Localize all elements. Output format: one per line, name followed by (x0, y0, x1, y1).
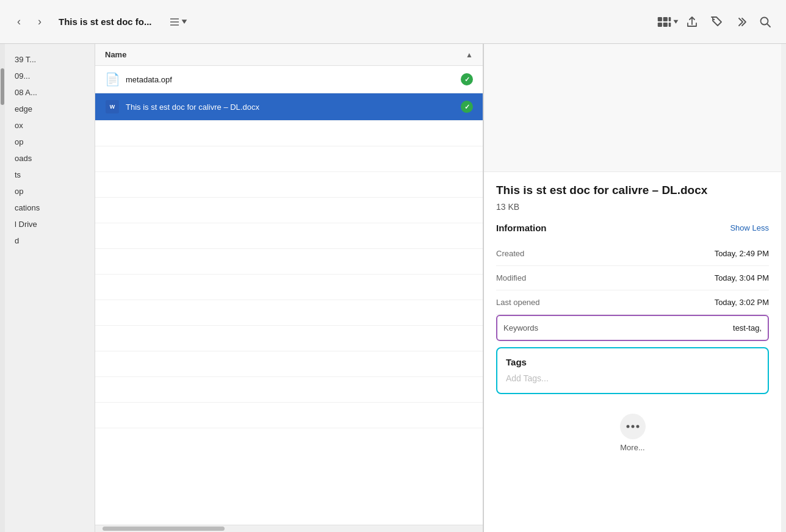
svg-point-12 (626, 425, 629, 428)
right-scrollbar[interactable] (781, 44, 786, 532)
modified-label: Modified (496, 273, 526, 282)
sidebar-item-8[interactable]: op (5, 183, 95, 200)
search-button[interactable] (754, 11, 776, 33)
last-opened-row: Last opened Today, 3:02 PM (496, 290, 769, 315)
chevrons-right-icon (734, 15, 748, 29)
share-icon (685, 15, 699, 29)
file-row[interactable]: 📄 metadata.opf (95, 66, 483, 93)
show-less-button[interactable]: Show Less (730, 223, 769, 232)
sort-chevron-icon[interactable]: ▲ (466, 51, 473, 59)
tag-icon (710, 15, 723, 29)
file-row-empty (95, 300, 483, 326)
file-check-icon (461, 101, 473, 113)
file-check-icon (461, 73, 473, 85)
share-button[interactable] (681, 11, 703, 33)
more-section: More... (496, 404, 769, 457)
toolbar-action-icons (657, 11, 776, 33)
more-button[interactable] (620, 414, 646, 439)
sidebar: 39 T... 09... 08 A... edge ox op oads ts… (5, 44, 95, 532)
sidebar-item-3[interactable]: edge (5, 101, 95, 117)
last-opened-label: Last opened (496, 298, 540, 307)
file-row-empty (95, 249, 483, 275)
forward-button[interactable]: › (31, 13, 49, 31)
sidebar-item-2[interactable]: 08 A... (5, 84, 95, 101)
file-list-body: 📄 metadata.opf W This is st est doc for … (95, 66, 483, 525)
horizontal-scrollbar[interactable] (95, 525, 483, 532)
file-list-panel: Name ▲ 📄 metadata.opf W This is st est d… (95, 44, 483, 532)
file-name: This is st est doc for calivre – DL.docx (126, 102, 455, 112)
toolbar-title: This is st est doc fo... (59, 16, 152, 27)
last-opened-value: Today, 3:02 PM (715, 298, 769, 307)
more-label: More... (620, 443, 644, 452)
sort-chevron-icon (181, 20, 187, 24)
file-list-header: Name ▲ (95, 44, 483, 66)
created-label: Created (496, 249, 524, 258)
file-name: metadata.opf (126, 75, 455, 84)
file-row-empty (95, 377, 483, 403)
file-row-empty (95, 351, 483, 377)
sidebar-item-6[interactable]: oads (5, 150, 95, 167)
file-row-empty (95, 146, 483, 172)
svg-rect-7 (663, 22, 668, 26)
tag-button[interactable] (705, 11, 727, 33)
detail-panel: This is st est doc for calivre – DL.docx… (483, 44, 781, 532)
file-row-empty (95, 326, 483, 351)
sidebar-item-11[interactable]: d (5, 232, 95, 249)
svg-rect-8 (669, 22, 671, 26)
tags-input[interactable]: Add Tags... (506, 373, 759, 383)
file-row-empty (95, 172, 483, 198)
file-row-empty (95, 403, 483, 428)
sidebar-item-5[interactable]: op (5, 134, 95, 150)
sidebar-item-9[interactable]: cations (5, 200, 95, 216)
more-toolbar-button[interactable] (730, 11, 752, 33)
information-label: Information (496, 223, 547, 233)
file-row[interactable]: W This is st est doc for calivre – DL.do… (95, 93, 483, 121)
keywords-label: Keywords (503, 323, 538, 332)
svg-rect-4 (663, 16, 668, 21)
info-panel: This is st est doc for calivre – DL.docx… (484, 172, 781, 532)
more-dots-icon (626, 424, 640, 429)
list-sort-button[interactable] (164, 15, 192, 29)
sidebar-item-1[interactable]: 09... (5, 68, 95, 84)
svg-line-11 (767, 24, 770, 27)
tags-section[interactable]: Tags Add Tags... (496, 347, 769, 394)
svg-rect-3 (658, 16, 662, 21)
doc-title: This is st est doc for calivre – DL.docx (496, 183, 769, 198)
back-button[interactable]: ‹ (10, 13, 28, 31)
svg-point-9 (713, 18, 715, 20)
grid-icon (657, 15, 672, 29)
file-row-empty (95, 121, 483, 146)
sidebar-scrollbar[interactable] (0, 44, 5, 532)
word-file-icon: W (105, 99, 120, 114)
main-content: 39 T... 09... 08 A... edge ox op oads ts… (0, 44, 786, 532)
toolbar: ‹ › This is st est doc fo... (0, 0, 786, 44)
opf-file-icon: 📄 (105, 72, 120, 87)
nav-buttons: ‹ › (10, 13, 49, 31)
list-icon (169, 18, 180, 26)
sidebar-item-0[interactable]: 39 T... (5, 51, 95, 68)
sidebar-item-10[interactable]: l Drive (5, 216, 95, 232)
file-row-empty (95, 275, 483, 300)
grid-view-button[interactable] (657, 11, 679, 33)
modified-row: Modified Today, 3:04 PM (496, 266, 769, 290)
modified-value: Today, 3:04 PM (715, 273, 769, 282)
file-row-empty (95, 198, 483, 223)
file-row-empty (95, 223, 483, 249)
name-column-header: Name (105, 50, 126, 59)
sidebar-scrollbar-thumb (1, 68, 4, 105)
sidebar-item-7[interactable]: ts (5, 167, 95, 183)
info-section-header: Information Show Less (496, 223, 769, 233)
created-row: Created Today, 2:49 PM (496, 242, 769, 266)
grid-chevron-icon (673, 20, 679, 24)
h-scrollbar-thumb (103, 527, 225, 531)
sidebar-item-4[interactable]: ox (5, 117, 95, 134)
doc-size: 13 KB (496, 202, 769, 212)
svg-rect-6 (658, 22, 662, 26)
svg-rect-5 (669, 16, 671, 21)
search-icon (759, 15, 772, 29)
preview-area (484, 44, 781, 172)
keywords-row[interactable]: Keywords test-tag, (496, 315, 769, 341)
tags-title: Tags (506, 357, 759, 367)
keywords-value: test-tag, (733, 323, 762, 332)
created-value: Today, 2:49 PM (715, 249, 769, 258)
